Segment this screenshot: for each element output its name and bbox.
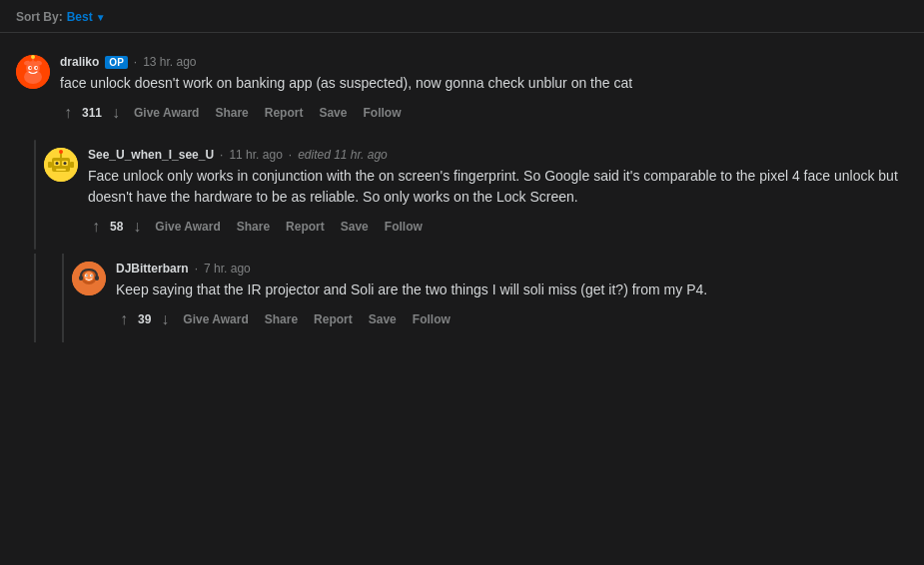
comment-row: draliko OP · 13 hr. ago face unlock does…: [0, 47, 924, 136]
svg-point-19: [59, 150, 63, 154]
edited-label: edited 11 hr. ago: [298, 148, 388, 162]
avatar: [44, 148, 78, 182]
comment-header: draliko OP · 13 hr. ago: [60, 55, 908, 69]
svg-point-15: [56, 162, 59, 165]
save-button[interactable]: Save: [363, 308, 403, 330]
comment-body: DJBitterbarn · 7 hr. ago Keep saying tha…: [116, 262, 916, 338]
svg-point-27: [86, 275, 87, 276]
timestamp: ·: [134, 55, 137, 69]
vote-count: 311: [82, 106, 102, 120]
sort-label: Sort By:: [16, 10, 63, 24]
comment-row: See_U_when_I_see_U · 11 hr. ago · edited…: [16, 140, 924, 250]
give-award-button[interactable]: Give Award: [149, 216, 226, 238]
comment-time: 11 hr. ago: [229, 148, 282, 162]
thread-indent-2: [44, 254, 62, 342]
action-bar: ↑ 58 ↓ Give Award Share Report Save Foll…: [88, 216, 916, 238]
sort-bar: Sort By: Best ▼: [0, 0, 924, 33]
comment-text: Keep saying that the IR projector and So…: [116, 280, 916, 300]
comment-separator: ·: [220, 148, 223, 162]
comment-text: Face unlock only works in conjunction wi…: [88, 166, 916, 208]
give-award-button[interactable]: Give Award: [128, 102, 205, 124]
svg-rect-20: [48, 162, 52, 168]
sort-value[interactable]: Best: [67, 10, 93, 24]
downvote-button[interactable]: ↓: [108, 102, 124, 124]
comment-body: draliko OP · 13 hr. ago face unlock does…: [60, 55, 908, 132]
svg-point-28: [91, 275, 92, 276]
follow-button[interactable]: Follow: [379, 216, 429, 238]
comment-header: See_U_when_I_see_U · 11 hr. ago · edited…: [88, 148, 916, 162]
username[interactable]: See_U_when_I_see_U: [88, 148, 214, 162]
report-button[interactable]: Report: [280, 216, 331, 238]
username[interactable]: DJBitterbarn: [116, 262, 189, 276]
thread-line: [34, 140, 36, 250]
thread-indent: [16, 140, 34, 250]
comment-inner: See_U_when_I_see_U · 11 hr. ago · edited…: [44, 140, 924, 250]
save-button[interactable]: Save: [313, 102, 353, 124]
op-badge: OP: [105, 56, 127, 69]
thread-indent: [16, 254, 34, 342]
give-award-button[interactable]: Give Award: [177, 308, 254, 330]
comment-header: DJBitterbarn · 7 hr. ago: [116, 262, 916, 276]
comment-time: 7 hr. ago: [204, 262, 251, 276]
sort-arrow-icon[interactable]: ▼: [96, 12, 106, 23]
vote-count: 58: [110, 220, 123, 234]
upvote-button[interactable]: ↑: [60, 102, 76, 124]
username[interactable]: draliko: [60, 55, 99, 69]
thread-line-2: [62, 254, 64, 342]
downvote-button[interactable]: ↓: [157, 308, 173, 330]
comments-container: draliko OP · 13 hr. ago face unlock does…: [0, 33, 924, 350]
svg-rect-29: [79, 276, 83, 281]
svg-point-8: [36, 67, 38, 69]
vote-count: 39: [138, 312, 151, 326]
comment-body: See_U_when_I_see_U · 11 hr. ago · edited…: [88, 148, 916, 246]
comment-separator: ·: [195, 262, 198, 276]
svg-rect-17: [56, 169, 66, 171]
comment-inner: DJBitterbarn · 7 hr. ago Keep saying tha…: [72, 254, 924, 342]
upvote-button[interactable]: ↑: [88, 216, 104, 238]
comment-row: DJBitterbarn · 7 hr. ago Keep saying tha…: [16, 254, 924, 342]
avatar: [72, 262, 106, 295]
svg-point-16: [64, 162, 67, 165]
share-button[interactable]: Share: [209, 102, 254, 124]
save-button[interactable]: Save: [335, 216, 375, 238]
downvote-button[interactable]: ↓: [129, 216, 145, 238]
share-button[interactable]: Share: [231, 216, 276, 238]
comment-text: face unlock doesn't work on banking app …: [60, 73, 908, 94]
report-button[interactable]: Report: [259, 102, 310, 124]
report-button[interactable]: Report: [308, 308, 359, 330]
follow-button[interactable]: Follow: [357, 102, 407, 124]
avatar: [16, 55, 50, 89]
action-bar: ↑ 39 ↓ Give Award Share Report Save Foll…: [116, 308, 916, 330]
svg-point-10: [31, 55, 35, 59]
upvote-button[interactable]: ↑: [116, 308, 132, 330]
action-bar: ↑ 311 ↓ Give Award Share Report Save Fol…: [60, 102, 908, 124]
thread-line: [34, 254, 36, 342]
svg-rect-21: [70, 162, 74, 168]
comment-time: 13 hr. ago: [143, 55, 196, 69]
svg-rect-30: [95, 276, 99, 281]
share-button[interactable]: Share: [259, 308, 304, 330]
comment-separator: ·: [289, 148, 292, 162]
follow-button[interactable]: Follow: [407, 308, 457, 330]
svg-point-7: [30, 67, 32, 69]
